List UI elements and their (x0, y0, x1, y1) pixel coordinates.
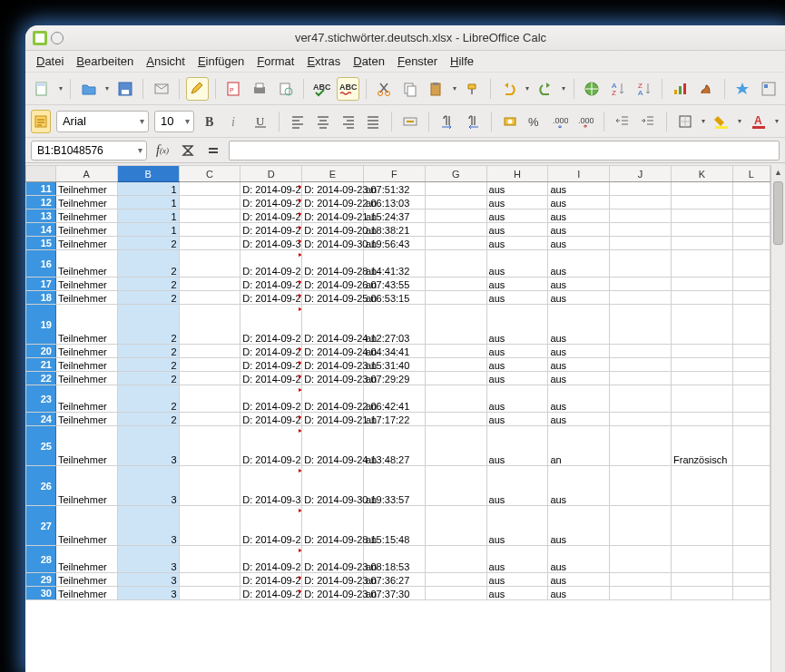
cell[interactable] (179, 278, 240, 291)
cell[interactable]: 1 (117, 196, 179, 209)
cell[interactable] (179, 305, 240, 345)
row-header[interactable]: 16 (26, 250, 56, 278)
formula-input[interactable] (229, 141, 780, 161)
cell[interactable]: D: 2014-09-23 08:18:53 (302, 546, 364, 573)
font-color-icon[interactable]: A (749, 110, 769, 133)
menu-datei[interactable]: Datei (31, 53, 69, 70)
ltr-icon[interactable] (437, 110, 457, 133)
cell[interactable]: Teilnehmer (55, 250, 117, 278)
row-header[interactable]: 28 (26, 546, 56, 573)
cell[interactable] (672, 573, 733, 587)
cell[interactable]: Teilnehmer (55, 573, 117, 587)
dropdown-icon[interactable]: ▾ (103, 84, 111, 93)
cell[interactable] (732, 291, 770, 305)
dropdown-icon[interactable]: ▾ (737, 117, 743, 125)
column-header-D[interactable]: D (240, 166, 302, 182)
cell[interactable]: Teilnehmer (55, 466, 117, 506)
cell[interactable] (179, 385, 240, 413)
cell[interactable] (732, 196, 770, 209)
cell[interactable]: aus (486, 466, 548, 506)
cell[interactable] (672, 587, 733, 600)
cell[interactable] (672, 250, 733, 278)
cell[interactable] (425, 426, 486, 466)
cell[interactable]: Teilnehmer (55, 182, 117, 196)
cell[interactable]: 3 (117, 466, 179, 506)
cell[interactable] (672, 278, 733, 291)
cell[interactable]: D: 2014-09-2 (240, 573, 302, 587)
cell[interactable] (610, 506, 672, 546)
column-header-B[interactable]: B (117, 166, 179, 182)
cell[interactable] (732, 358, 770, 372)
cell[interactable] (179, 196, 240, 209)
select-all-corner[interactable] (26, 166, 56, 182)
delete-decimal-icon[interactable]: .000 (575, 110, 595, 133)
row-header[interactable]: 26 (26, 466, 56, 506)
cell[interactable]: Teilnehmer (55, 372, 117, 385)
auto-spellcheck-icon[interactable]: ABC (337, 77, 359, 101)
cell[interactable] (425, 546, 486, 573)
cell[interactable]: 2 (117, 372, 179, 385)
cell[interactable]: aus (486, 426, 548, 466)
cell[interactable]: D: 2014-09-3 (240, 237, 302, 250)
column-header-F[interactable]: F (363, 166, 425, 182)
cell[interactable] (672, 345, 733, 358)
cell[interactable] (672, 196, 733, 209)
cell[interactable] (425, 466, 486, 506)
cell[interactable]: an (548, 426, 610, 466)
cell[interactable]: 3 (117, 546, 179, 573)
cell[interactable]: aus (486, 209, 548, 223)
cell[interactable]: D: 2014-09-2 (240, 223, 302, 237)
cell[interactable]: D: 2014-09-30 19:33:57 (302, 466, 364, 506)
column-header-E[interactable]: E (302, 166, 364, 182)
row-header[interactable]: 17 (26, 278, 56, 291)
cell[interactable] (610, 250, 672, 278)
cell[interactable]: aus (548, 413, 610, 426)
cell[interactable]: aus (486, 305, 548, 345)
cell[interactable]: Teilnehmer (55, 506, 117, 546)
cell[interactable]: Französisch (672, 426, 733, 466)
cell[interactable] (425, 372, 486, 385)
cell[interactable]: aus (548, 291, 610, 305)
row-header[interactable]: 11 (26, 182, 56, 196)
cell[interactable]: aus (486, 345, 548, 358)
cell[interactable]: D: 2014-09-30 19:56:43 (302, 237, 364, 250)
cell[interactable] (732, 426, 770, 466)
cell[interactable] (425, 506, 486, 546)
cell[interactable] (425, 237, 486, 250)
cell[interactable] (179, 223, 240, 237)
cell[interactable] (610, 223, 672, 237)
font-name-combo[interactable]: Arial (56, 111, 149, 132)
cell[interactable] (425, 250, 486, 278)
row-header[interactable]: 27 (26, 506, 56, 546)
font-size-combo[interactable]: 10 (154, 111, 194, 132)
cell[interactable] (672, 466, 733, 506)
cell[interactable] (732, 345, 770, 358)
cell[interactable]: D: 2014-09-2 (240, 196, 302, 209)
cell[interactable]: Teilnehmer (55, 587, 117, 600)
cell[interactable] (610, 278, 672, 291)
cell[interactable] (179, 237, 240, 250)
align-center-icon[interactable] (313, 110, 333, 133)
row-header[interactable]: 23 (26, 385, 56, 413)
cell[interactable]: 3 (117, 573, 179, 587)
cut-icon[interactable] (373, 77, 396, 101)
hyperlink-icon[interactable] (581, 77, 603, 101)
cell[interactable]: 2 (117, 237, 179, 250)
print-preview-icon[interactable] (274, 77, 297, 101)
menu-bearbeiten[interactable]: Bearbeiten (71, 53, 139, 70)
merge-cells-icon[interactable] (400, 110, 420, 133)
borders-icon[interactable] (675, 110, 695, 133)
column-header-A[interactable]: A (55, 166, 117, 182)
cell[interactable] (732, 209, 770, 223)
row-header[interactable]: 24 (26, 413, 56, 426)
cell[interactable]: aus (486, 413, 548, 426)
cell[interactable] (179, 426, 240, 466)
cell[interactable]: 1 (117, 182, 179, 196)
cell[interactable]: D: 2014-09-24 12:27:03 (302, 305, 364, 345)
cell[interactable] (425, 182, 486, 196)
name-box[interactable]: B1:B1048576 (31, 141, 147, 161)
cell[interactable]: aus (548, 587, 610, 600)
sort-asc-icon[interactable]: AZ (607, 77, 630, 101)
menu-hilfe[interactable]: Hilfe (445, 53, 479, 70)
cell[interactable] (610, 372, 672, 385)
